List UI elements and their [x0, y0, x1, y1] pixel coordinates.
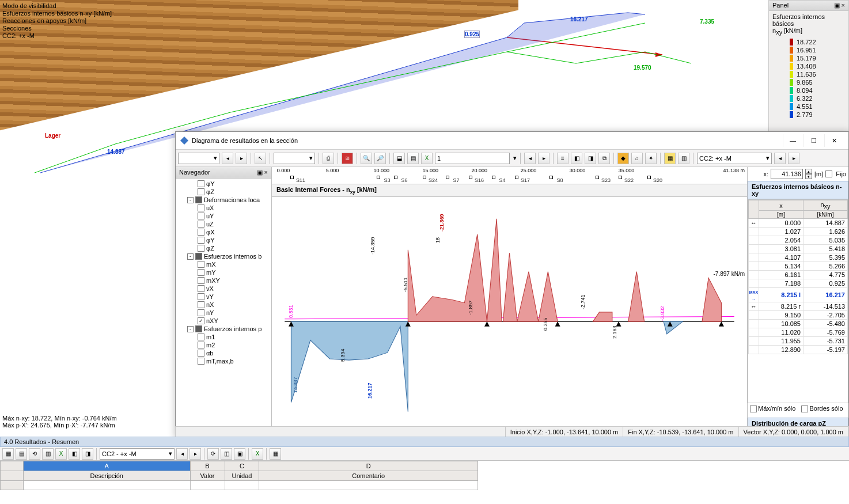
maximize-button[interactable]: ☐ — [803, 134, 823, 147]
legend-row: 15.179 — [790, 54, 845, 62]
tb-tool-1[interactable]: ⬓ — [393, 153, 405, 164]
maxmin-checkbox[interactable]: Máx/mín sólo — [750, 405, 795, 412]
fijo-checkbox[interactable] — [825, 170, 832, 177]
tree-item[interactable]: αb — [176, 349, 271, 357]
table-row[interactable]: 1.0271.626 — [749, 228, 848, 236]
tb-t11[interactable]: ▥ — [678, 153, 689, 164]
legend-row: 11.636 — [790, 70, 845, 78]
table-row[interactable]: 4.1075.395 — [749, 253, 848, 262]
tree-item[interactable]: mXY — [176, 276, 271, 285]
bt-7[interactable]: ◨ — [82, 448, 93, 460]
lc-next[interactable]: ▸ — [788, 153, 799, 164]
legend-row: 2.779 — [790, 111, 845, 119]
table-row[interactable]: 11.955-5.731 — [749, 337, 848, 346]
close-button[interactable]: ✕ — [824, 134, 844, 147]
table-row[interactable]: 6.1614.775 — [749, 271, 848, 279]
tree-item[interactable]: vY — [176, 293, 271, 301]
bottom-grid[interactable]: ABCD DescripciónValorUnidadComentario — [0, 461, 849, 490]
tb-t5[interactable]: ◨ — [585, 153, 596, 164]
tb-nav-prev[interactable]: ◂ — [524, 153, 536, 164]
tree-item[interactable]: -Deformaciones loca — [176, 196, 271, 204]
table-row[interactable]: 10.085-5.480 — [749, 320, 848, 328]
tb-t7[interactable]: ◆ — [617, 153, 629, 164]
x-spin-down[interactable]: ▾ — [805, 174, 812, 179]
bt-1[interactable]: ▦ — [2, 448, 14, 460]
tree-item[interactable]: nY — [176, 309, 271, 317]
tree-item[interactable]: uX — [176, 204, 271, 212]
tb-drop-2[interactable]: ▾ — [274, 153, 315, 164]
x-input[interactable] — [771, 169, 803, 179]
bt-excel-icon[interactable]: X — [252, 448, 263, 460]
tb-zoomin-icon[interactable]: 🔍 — [361, 153, 372, 164]
table-row[interactable]: ↔8.215 r-14.513 — [749, 302, 848, 311]
tb-t9[interactable]: ✦ — [645, 153, 657, 164]
tree-item[interactable]: -Esfuerzos internos p — [176, 325, 271, 333]
tree-item[interactable]: φZ — [176, 188, 271, 196]
tb-t4[interactable]: ◧ — [571, 153, 582, 164]
tree-item[interactable]: m2 — [176, 341, 271, 349]
tb-tool-2[interactable]: ▤ — [407, 153, 419, 164]
bt-next[interactable]: ▸ — [189, 448, 201, 460]
tb-num-input[interactable] — [435, 153, 510, 164]
tb-next-1[interactable]: ▸ — [236, 153, 247, 164]
tree-item[interactable]: m1 — [176, 333, 271, 341]
tb-prev-1[interactable]: ◂ — [222, 153, 233, 164]
tb-nav-next[interactable]: ▸ — [538, 153, 549, 164]
minimize-button[interactable]: — — [783, 134, 802, 147]
tree-item[interactable]: mX — [176, 260, 271, 268]
tb-excel-icon[interactable]: X — [421, 153, 433, 164]
tree-item[interactable]: φY — [176, 236, 271, 244]
bt-prev[interactable]: ◂ — [176, 448, 188, 460]
annot-3832: -3.832 — [660, 306, 665, 321]
table-row[interactable]: 2.0545.035 — [749, 236, 848, 245]
x-spin-up[interactable]: ▴ — [805, 169, 812, 174]
tree-item[interactable]: uZ — [176, 220, 271, 228]
table-row[interactable]: MAX→8.215 l16.217 — [749, 288, 848, 302]
tree-item[interactable]: nX — [176, 301, 271, 309]
tree-item[interactable]: mY — [176, 268, 271, 276]
tb-zoomout-icon[interactable]: 🔎 — [374, 153, 386, 164]
annot-0355: 0.355 — [543, 318, 548, 331]
tree-item[interactable]: -Esfuerzos internos b — [176, 252, 271, 260]
tb-t6[interactable]: ⧉ — [598, 153, 610, 164]
bt-cal[interactable]: ▦ — [270, 448, 281, 460]
tb-t8[interactable]: ⌂ — [631, 153, 643, 164]
tree-item[interactable]: φY — [176, 180, 271, 188]
tb-print-icon[interactable]: ⎙ — [323, 153, 334, 164]
bt-3[interactable]: ⟲ — [29, 448, 40, 460]
table-row[interactable]: 12.890-5.197 — [749, 346, 848, 354]
bt-8[interactable]: ⟳ — [207, 448, 219, 460]
bottom-loadcase[interactable]: CC2 - +x -M▾ — [100, 448, 175, 460]
navigator-tree[interactable]: φYφZ-Deformaciones locauXuYuZφXφYφZ-Esfu… — [176, 179, 271, 427]
bt-9[interactable]: ◫ — [221, 448, 232, 460]
tb-t3[interactable]: ≡ — [557, 153, 568, 164]
bt-5[interactable]: X — [55, 448, 67, 460]
table-row[interactable]: 5.1345.266 — [749, 262, 848, 271]
table-row[interactable]: 11.020-5.769 — [749, 328, 848, 337]
table-row[interactable]: ↔0.00014.887 — [749, 219, 848, 228]
tree-item[interactable]: mT,max,b — [176, 357, 271, 365]
tb-flag-icon[interactable]: ≋ — [342, 153, 353, 164]
tb-t10[interactable]: ▦ — [664, 153, 676, 164]
tree-item[interactable]: uY — [176, 212, 271, 220]
bt-2[interactable]: ▤ — [16, 448, 27, 460]
bt-6[interactable]: ◧ — [69, 448, 80, 460]
tree-item[interactable]: vX — [176, 285, 271, 293]
bordes-checkbox[interactable]: Bordes sólo — [801, 405, 843, 412]
tb-drop-1[interactable]: ▾ — [178, 153, 219, 164]
panel-pin-icon[interactable]: ▣ — [834, 2, 840, 9]
table-row[interactable]: 3.0815.418 — [749, 245, 848, 253]
bt-10[interactable]: ▣ — [234, 448, 245, 460]
panel-close-icon[interactable]: × — [842, 2, 845, 9]
bt-4[interactable]: ▥ — [42, 448, 54, 460]
bottom-toolbar: ▦ ▤ ⟲ ▥ X ◧ ◨ CC2 - +x -M▾ ◂ ▸ ⟳ ◫ ▣ X ▦ — [0, 447, 849, 461]
table-row[interactable]: 9.150-2.705 — [749, 311, 848, 320]
tree-item[interactable]: φZ — [176, 244, 271, 252]
tree-item[interactable]: ✓nXY — [176, 317, 271, 325]
side-table[interactable]: xnxy [m][kN/m] ↔0.00014.8871.0271.6262.0… — [748, 199, 848, 403]
tb-pointer[interactable]: ↖ — [255, 153, 266, 164]
tree-item[interactable]: φX — [176, 228, 271, 236]
table-row[interactable]: 7.1880.925 — [749, 279, 848, 288]
lc-prev[interactable]: ◂ — [774, 153, 786, 164]
loadcase-dropdown[interactable]: CC2: +x -M▾ — [697, 153, 772, 164]
